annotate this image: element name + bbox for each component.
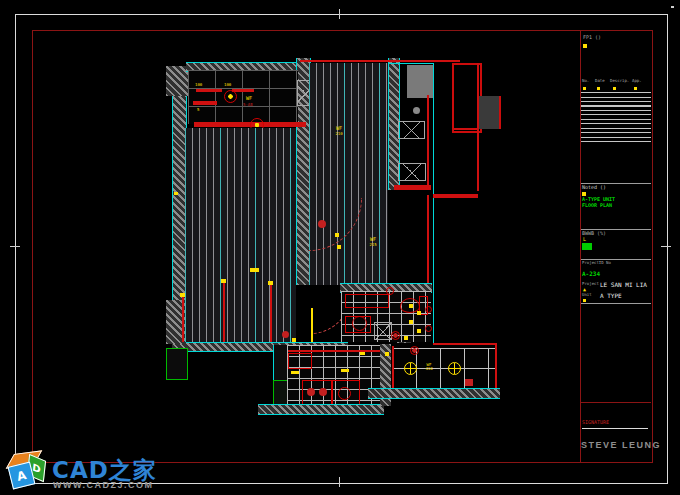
room-mid-floor <box>309 63 388 285</box>
logo-site-url[interactable]: WWW.CADZJ.COM <box>53 480 154 490</box>
kitchen-chip-1 <box>291 371 299 374</box>
project-number: A-234 <box>582 271 600 278</box>
bath-entry-light <box>386 287 394 295</box>
revision-header-desc: Descrip. <box>610 79 629 83</box>
center-tick-bottom <box>339 477 340 487</box>
marker-pin-3 <box>270 284 272 342</box>
dining-light-2 <box>448 362 461 375</box>
marker-pin-2 <box>223 282 225 342</box>
kitchen-chip-2 <box>341 369 349 372</box>
revision-header-app: App. <box>632 79 642 83</box>
corridor-gray-block <box>407 65 433 98</box>
revision-marker-3 <box>613 87 616 90</box>
hall-yellow-line <box>311 308 313 342</box>
corridor-red-bar <box>394 185 431 190</box>
signature-label: SIGNATURE <box>582 420 609 426</box>
cabinet-line-c <box>193 101 217 105</box>
kitchen-chip-3 <box>360 352 365 355</box>
bath-cabinet <box>345 316 371 333</box>
dim-label-a: 100 <box>195 83 202 87</box>
marker-pin-3-head <box>268 281 273 285</box>
signature-underline <box>582 428 648 429</box>
floor-label-room2-l2: 215 <box>364 243 382 247</box>
wall-pillar-topleft <box>166 66 188 96</box>
terrace-red-bar <box>433 194 478 198</box>
hall-red-dot-2 <box>282 331 289 338</box>
project-row2-label: Unit <box>582 293 592 297</box>
floor-label-room1: WF 210 <box>330 126 348 136</box>
floor-note-chip <box>250 268 259 272</box>
corner-mark <box>671 6 674 8</box>
revision-header-no: No. <box>582 79 589 83</box>
project-row2-value: A TYPE <box>600 293 622 300</box>
dining-light-1 <box>404 362 417 375</box>
kitchen-sink-box <box>288 353 312 369</box>
logo-letter-d: D <box>32 461 41 475</box>
bath-switch-5 <box>404 336 408 340</box>
stove-burner-2 <box>319 388 327 396</box>
stove-burner-1 <box>307 388 315 396</box>
noted-label: Noted () <box>582 185 606 191</box>
revision-marker-4 <box>634 87 637 90</box>
cabinet-line-a <box>196 89 222 92</box>
kitchen-counter-line <box>288 350 380 352</box>
hall-yellow-dot-1 <box>335 233 339 237</box>
center-tick-left <box>10 246 20 247</box>
project-row1-value: LE SAN MI LIA <box>600 282 647 289</box>
shower-tray <box>374 322 392 340</box>
bath-light-2 <box>425 325 432 332</box>
room-topleft-floor <box>188 70 298 124</box>
room-left-floor <box>185 128 296 342</box>
wall-note-chip <box>174 192 178 195</box>
floor-label-dining-l2: 418 <box>420 367 438 371</box>
noted-line-2: FLOOR PLAN <box>582 203 612 209</box>
marker-pin-2-head <box>221 279 226 283</box>
center-tick-right <box>661 246 671 247</box>
site-logo[interactable]: D A <box>7 451 49 493</box>
corridor-right-cyanline <box>433 63 434 345</box>
dining-red-left <box>392 346 394 388</box>
bath-counter <box>345 294 389 308</box>
revision-header-date: Date <box>595 79 605 83</box>
hall-yellow-dot-2 <box>337 245 341 249</box>
revision-marker-2 <box>597 87 600 90</box>
mark-label: 5 <box>197 108 199 112</box>
corridor-unit-symbol-2 <box>398 163 426 181</box>
material-mark: L <box>583 237 586 243</box>
marker-pin-1 <box>182 296 184 342</box>
corridor-unit-symbol-1 <box>398 121 425 139</box>
bath-switch-4 <box>417 329 421 333</box>
cad-drawing-canvas: FP1 () No. Date Descrip. App. Noted () A… <box>0 0 680 495</box>
label-kitchen-top-l1: WF <box>246 96 252 102</box>
designer-name: STEVE LEUNG <box>581 440 661 450</box>
titleblock-divider-5 <box>581 402 651 403</box>
dining-red-right <box>495 343 497 389</box>
bath-light-1 <box>425 306 432 313</box>
revision-marker-1 <box>583 87 586 90</box>
marker-pin-1-head <box>180 293 185 297</box>
bath-switch-2 <box>417 311 421 315</box>
floor-label-room2: WF 215 <box>364 237 382 247</box>
material-green-chip <box>582 243 592 250</box>
project-row2-marker <box>583 299 586 302</box>
project-label: ProjectID No <box>582 261 611 265</box>
terrace-red-hline <box>454 128 478 130</box>
hall-red-dot-1 <box>318 220 326 228</box>
dining-downlight-1 <box>410 346 419 355</box>
center-tick-top <box>339 9 340 19</box>
kitchen-appliance-dial <box>338 387 351 400</box>
kitchen-bottom-wall <box>258 404 384 415</box>
dim-label-b: 100 <box>224 83 231 87</box>
plan-top-redline <box>300 60 460 62</box>
terrace-gray-block <box>479 96 501 129</box>
titleblock-divider-4 <box>581 303 651 304</box>
bath-switch-3 <box>409 320 413 324</box>
green-utility-box <box>166 348 188 380</box>
dining-yellow-dot <box>385 352 389 356</box>
bath-switch-1 <box>409 304 413 308</box>
corridor-red-vline-2 <box>427 195 429 283</box>
label-kitchen-top-l2: 5-AB <box>243 103 253 107</box>
dining-bottom-wall <box>368 388 500 399</box>
ceiling-light-symbol <box>224 90 237 103</box>
corridor-red-vline-1 <box>427 95 429 185</box>
